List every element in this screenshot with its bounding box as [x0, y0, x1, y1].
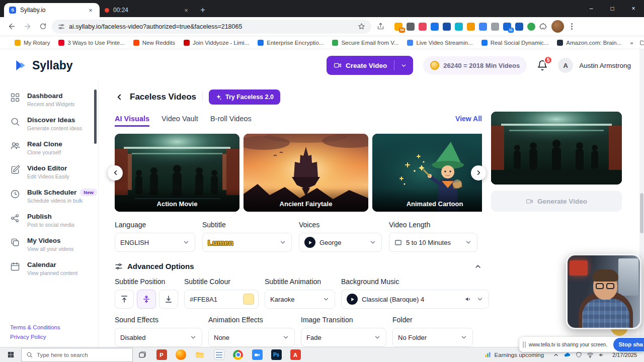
- browser-tab-recorder[interactable]: 00:24 ×: [100, 3, 195, 17]
- create-video-dropdown[interactable]: [394, 56, 413, 75]
- volume-icon[interactable]: [598, 351, 605, 358]
- extension-icon[interactable]: [443, 23, 451, 31]
- browser-tab-syllaby[interactable]: S Syllaby.io ×: [4, 3, 100, 17]
- bookmark-item[interactable]: Secure Email from V...: [332, 40, 398, 46]
- extension-icon[interactable]: [407, 23, 415, 31]
- sidebar-item-real-clone[interactable]: Real CloneClone yourself: [10, 136, 92, 160]
- webcam-overlay[interactable]: [566, 254, 641, 329]
- view-all-link[interactable]: View All: [455, 115, 482, 127]
- minimize-button[interactable]: –: [581, 0, 602, 17]
- carousel-next-button[interactable]: [471, 165, 486, 180]
- bookmarks-overflow-chevron[interactable]: »: [630, 40, 633, 46]
- extension-icon[interactable]: 11: [503, 23, 511, 31]
- language-select[interactable]: ENGLISH: [115, 233, 195, 252]
- taskbar-icon-firefox[interactable]: [171, 347, 190, 362]
- address-bar[interactable]: ai.syllaby.io/faceless-video?authorized=…: [52, 20, 371, 34]
- extension-icon[interactable]: [479, 23, 487, 31]
- user-avatar[interactable]: A: [558, 58, 573, 73]
- sidebar-item-bulk-scheduler[interactable]: Bulk SchedulerNewSchedule videos in bulk: [10, 184, 92, 208]
- close-window-button[interactable]: ×: [623, 0, 644, 17]
- taskbar-icon-chrome[interactable]: [228, 347, 248, 362]
- tab-video-vault[interactable]: Video Vault: [162, 115, 198, 127]
- reload-icon[interactable]: [36, 20, 49, 33]
- sidebar-item-my-videos[interactable]: My VideosView all your videos: [10, 232, 92, 256]
- extension-icon[interactable]: [467, 23, 475, 31]
- taskbar-icon-file-explorer[interactable]: [190, 347, 209, 362]
- voice-play-button[interactable]: [304, 237, 315, 248]
- task-view-button[interactable]: [133, 347, 152, 362]
- background-music-select[interactable]: Classical (Baroque) 4: [341, 290, 489, 309]
- bookmark-item[interactable]: New Reddits: [133, 40, 175, 46]
- position-top-button[interactable]: [115, 290, 134, 309]
- taskbar-icon-acrobat[interactable]: A: [286, 347, 305, 362]
- taskbar-icon-zoom[interactable]: [248, 347, 267, 362]
- extension-icon[interactable]: [527, 23, 535, 31]
- bookmark-item[interactable]: Real Social Dynamic...: [481, 40, 549, 46]
- create-video-button[interactable]: Create Video: [327, 56, 413, 75]
- shield-icon[interactable]: [576, 351, 582, 358]
- page-scrollbar-thumb[interactable]: [640, 193, 643, 233]
- bookmark-star-icon[interactable]: [358, 23, 365, 30]
- news-widget[interactable]: Earnings upcoming: [479, 351, 549, 358]
- start-button[interactable]: [0, 347, 21, 362]
- style-card-action-movie[interactable]: Action Movie: [115, 134, 239, 212]
- browser-menu-icon[interactable]: [568, 23, 576, 30]
- voices-select[interactable]: George: [299, 233, 382, 252]
- subtitle-animation-select[interactable]: Karaoke: [265, 290, 335, 309]
- sidebar-item-publish[interactable]: PublishPost to social media: [10, 208, 92, 232]
- taskbar-icon-powerpoint[interactable]: P: [152, 347, 171, 362]
- sound-effects-select[interactable]: Disabled: [115, 328, 202, 347]
- bookmark-item[interactable]: 3 Ways to Use Pinte...: [58, 40, 124, 46]
- video-length-select[interactable]: 5 to 10 Minutes: [389, 233, 477, 252]
- sidebar-scrollbar-thumb[interactable]: [94, 89, 97, 144]
- extension-icon[interactable]: [491, 23, 499, 31]
- extension-icon[interactable]: 54: [394, 23, 403, 31]
- try-faceless-2-button[interactable]: Try Faceless 2.0: [209, 89, 280, 105]
- tab-close-icon[interactable]: ×: [87, 6, 95, 14]
- generate-video-button[interactable]: Generate Video: [491, 191, 622, 212]
- create-video-main[interactable]: Create Video: [327, 56, 394, 75]
- sidebar-item-video-editor[interactable]: Video EditorEdit Videos Easily: [10, 160, 92, 184]
- syllaby-logo[interactable]: Syllaby: [13, 58, 73, 73]
- extension-icon[interactable]: [455, 23, 463, 31]
- sidebar-item-discover-ideas[interactable]: Discover IdeasGenerate content ideas: [10, 112, 92, 136]
- advanced-options-header[interactable]: Advanced Options: [115, 262, 482, 270]
- colour-swatch[interactable]: [243, 294, 254, 305]
- bookmark-item[interactable]: Enterprise Encryptio...: [258, 40, 324, 46]
- subtitle-colour-input[interactable]: #FFE8A1: [184, 290, 259, 309]
- bookmark-item[interactable]: Join Viddyoze - Limi...: [184, 40, 249, 46]
- onedrive-cloud-icon[interactable]: [564, 351, 571, 358]
- style-card-ancient-fairytale[interactable]: Ancient Fairytale: [244, 134, 368, 212]
- back-chevron-icon[interactable]: [115, 93, 124, 102]
- notifications-button[interactable]: 5: [537, 60, 548, 71]
- tab-ai-visuals[interactable]: AI Visuals: [115, 115, 149, 127]
- taskbar-search[interactable]: Type here to search: [21, 348, 133, 362]
- position-middle-button[interactable]: [137, 290, 156, 309]
- stop-sharing-button[interactable]: Stop sha: [613, 338, 644, 351]
- position-bottom-button[interactable]: [159, 290, 178, 309]
- all-bookmarks-button[interactable]: All Bookmarks: [639, 39, 644, 46]
- bookmark-item[interactable]: My Rotary: [15, 40, 50, 46]
- bookmark-item[interactable]: Amazon.com: Brain...: [557, 40, 621, 46]
- site-info-icon[interactable]: [58, 23, 65, 30]
- image-transition-select[interactable]: Fade: [301, 328, 386, 347]
- sidebar-item-dashboard[interactable]: DashboardRecent and Widgets: [10, 87, 92, 112]
- carousel-prev-button[interactable]: [108, 165, 123, 180]
- extension-icon[interactable]: [431, 23, 439, 31]
- speaker-icon[interactable]: [464, 295, 472, 303]
- privacy-link[interactable]: Privacy Policy: [10, 334, 92, 340]
- animation-effects-select[interactable]: None: [208, 328, 295, 347]
- extension-icon[interactable]: [515, 23, 523, 31]
- maximize-button[interactable]: □: [602, 0, 623, 17]
- extensions-puzzle-icon[interactable]: [539, 23, 547, 31]
- credits-badge[interactable]: 26240 = 2018 Min Videos: [423, 56, 527, 74]
- chevron-up-icon[interactable]: [474, 262, 482, 270]
- folder-select[interactable]: No Folder: [392, 328, 473, 347]
- music-play-button[interactable]: [347, 294, 358, 305]
- wifi-icon[interactable]: [587, 351, 594, 358]
- forward-icon[interactable]: [21, 20, 34, 33]
- subtitle-font-select[interactable]: Lumen: [202, 233, 292, 252]
- sidebar-item-calendar[interactable]: CalendarView planned content: [10, 256, 92, 281]
- new-tab-button[interactable]: +: [195, 3, 210, 17]
- bookmark-item[interactable]: Live Video Streamin...: [407, 40, 472, 46]
